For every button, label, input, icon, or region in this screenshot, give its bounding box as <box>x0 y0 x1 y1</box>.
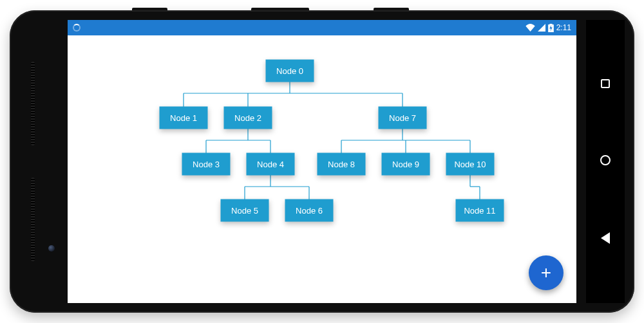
status-bar: 2:11 <box>68 20 576 35</box>
battery-charging-icon <box>548 24 554 32</box>
plus-icon: + <box>541 263 551 283</box>
tree-node[interactable]: Node 11 <box>456 199 504 222</box>
recent-apps-button[interactable] <box>601 79 610 88</box>
tree-node-label: Node 5 <box>231 206 258 216</box>
tree-node-label: Node 11 <box>464 206 495 216</box>
tree-node-label: Node 8 <box>328 160 355 169</box>
tree-node-label: Node 2 <box>234 113 261 123</box>
tree-node[interactable]: Node 4 <box>247 153 295 176</box>
clock: 2:11 <box>556 23 571 32</box>
tree-node-label: Node 1 <box>170 113 197 123</box>
tree-node-label: Node 3 <box>193 160 220 169</box>
tree-node-label: Node 7 <box>389 113 416 123</box>
loading-spinner-icon <box>73 24 80 32</box>
screen: 2:11 Node 0Node 1Node 2Node 7Node 3Node … <box>68 20 576 303</box>
tree-node[interactable]: Node 10 <box>446 153 495 176</box>
home-button[interactable] <box>600 155 611 165</box>
svg-rect-1 <box>549 24 552 24</box>
tree-node[interactable]: Node 3 <box>182 153 231 176</box>
wifi-icon <box>526 24 535 32</box>
android-nav-bar <box>586 20 625 303</box>
tree-node-label: Node 6 <box>296 206 323 216</box>
tree-node-label: Node 0 <box>276 66 303 76</box>
tree-canvas[interactable]: Node 0Node 1Node 2Node 7Node 3Node 4Node… <box>68 35 576 303</box>
tree-node[interactable]: Node 9 <box>382 153 430 176</box>
signal-icon <box>538 24 545 32</box>
tree-node[interactable]: Node 5 <box>221 199 269 222</box>
back-button[interactable] <box>601 232 610 244</box>
front-camera <box>48 245 55 252</box>
device-frame: 2:11 Node 0Node 1Node 2Node 7Node 3Node … <box>10 10 634 313</box>
tree-node[interactable]: Node 0 <box>266 60 314 82</box>
add-node-fab[interactable]: + <box>529 255 564 290</box>
tree-node[interactable]: Node 2 <box>224 107 272 129</box>
tree-node-label: Node 4 <box>257 160 284 169</box>
tree-node[interactable]: Node 1 <box>160 107 208 129</box>
tree-node-label: Node 9 <box>392 160 419 169</box>
tree-node[interactable]: Node 6 <box>285 199 334 222</box>
tree-node[interactable]: Node 8 <box>317 153 366 176</box>
tree-node-label: Node 10 <box>454 160 486 169</box>
tree-node[interactable]: Node 7 <box>379 107 427 129</box>
